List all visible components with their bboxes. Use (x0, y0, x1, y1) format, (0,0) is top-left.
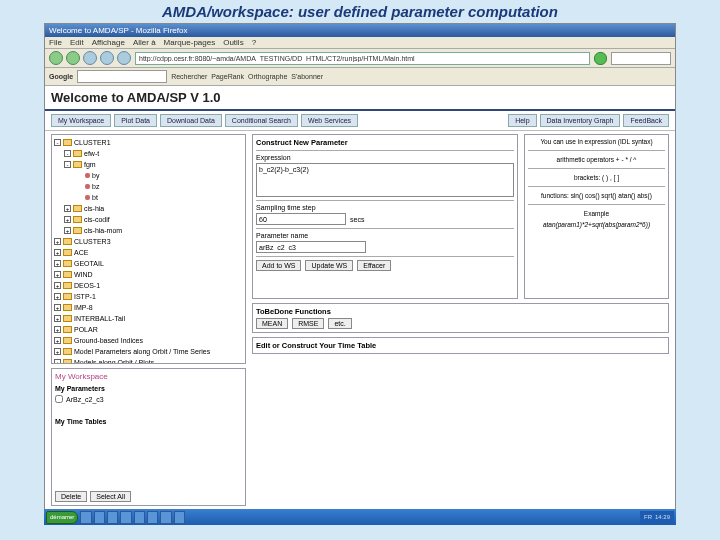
google-spellcheck[interactable]: Orthographe (248, 73, 287, 80)
tab-feedback[interactable]: FeedBack (623, 114, 669, 127)
tree-item[interactable]: +cis-hia-mom (54, 225, 243, 236)
expand-icon[interactable]: + (54, 260, 61, 267)
tree-item[interactable]: +WIND (54, 269, 243, 280)
taskbar-item[interactable] (160, 511, 171, 524)
delete-button[interactable]: Delete (55, 491, 87, 502)
tree-item[interactable]: by (54, 170, 243, 181)
expand-icon[interactable]: + (64, 227, 71, 234)
menu-view[interactable]: Affichage (92, 38, 125, 47)
tab-plot[interactable]: Plot Data (114, 114, 157, 127)
back-button[interactable] (49, 51, 63, 65)
expand-icon[interactable]: + (54, 359, 61, 364)
expand-icon[interactable]: - (64, 150, 71, 157)
menu-file[interactable]: File (49, 38, 62, 47)
sampling-input[interactable] (256, 213, 346, 225)
func-etc-button[interactable]: etc. (328, 318, 351, 329)
param-name-input[interactable] (256, 241, 366, 253)
home-button[interactable] (117, 51, 131, 65)
google-search-input[interactable] (77, 70, 167, 83)
tree-item[interactable]: +Model Parameters along Orbit / Time Ser… (54, 346, 243, 357)
expand-icon[interactable]: + (54, 238, 61, 245)
menu-edit[interactable]: Edit (70, 38, 84, 47)
taskbar-item[interactable] (94, 511, 105, 524)
tree-item[interactable]: -CLUSTER1 (54, 137, 243, 148)
menu-bookmarks[interactable]: Marque-pages (164, 38, 216, 47)
expand-icon[interactable]: + (54, 293, 61, 300)
tree-item[interactable]: bt (54, 192, 243, 203)
tree-item[interactable]: +POLAR (54, 324, 243, 335)
data-tree[interactable]: -CLUSTER1-efw-t-fgmbybzbt+cis-hia+cis-co… (51, 134, 246, 364)
expand-icon[interactable]: + (64, 216, 71, 223)
tree-item[interactable]: +ACE (54, 247, 243, 258)
system-tray[interactable]: FR 14:29 (640, 511, 674, 524)
expand-icon[interactable]: + (54, 249, 61, 256)
update-ws-button[interactable]: Update WS (305, 260, 353, 271)
func-mean-button[interactable]: MEAN (256, 318, 288, 329)
expand-icon[interactable]: + (54, 315, 61, 322)
select-all-button[interactable]: Select All (90, 491, 131, 502)
tree-item[interactable]: -fgm (54, 159, 243, 170)
menu-tools[interactable]: Outils (223, 38, 243, 47)
expand-icon[interactable]: + (54, 271, 61, 278)
google-search-btn[interactable]: Rechercher (171, 73, 207, 80)
taskbar-item[interactable] (134, 511, 145, 524)
expression-input[interactable]: b_c2(2)-b_c3(2) (256, 163, 514, 197)
google-pagerank[interactable]: PageRank (211, 73, 244, 80)
tab-download[interactable]: Download Data (160, 114, 222, 127)
folder-icon (63, 260, 72, 267)
tree-item[interactable]: +ISTP-1 (54, 291, 243, 302)
tree-label: Models along Orbit / Plots (74, 357, 154, 364)
tree-item[interactable]: +DEOS-1 (54, 280, 243, 291)
tree-item[interactable]: +IMP-8 (54, 302, 243, 313)
windows-taskbar: démarrer FR 14:29 (44, 509, 676, 525)
browser-window: Welcome to AMDA/SP - Mozilla Firefox Fil… (44, 23, 676, 523)
effacer-button[interactable]: Effacer (357, 260, 391, 271)
expand-icon[interactable]: + (54, 348, 61, 355)
param-checkbox[interactable] (55, 395, 63, 403)
menu-goto[interactable]: Aller à (133, 38, 156, 47)
forward-button[interactable] (66, 51, 80, 65)
stop-button[interactable] (100, 51, 114, 65)
taskbar-item[interactable] (147, 511, 158, 524)
param-item[interactable]: ArBz_c2_c3 (55, 394, 242, 404)
add-to-ws-button[interactable]: Add to WS (256, 260, 301, 271)
expand-icon[interactable]: + (54, 304, 61, 311)
expand-icon[interactable]: + (54, 282, 61, 289)
start-button[interactable]: démarrer (46, 511, 78, 524)
folder-icon (63, 238, 72, 245)
menu-help[interactable]: ? (252, 38, 256, 47)
folder-icon (63, 293, 72, 300)
taskbar-item[interactable] (80, 511, 91, 524)
tree-item[interactable]: bz (54, 181, 243, 192)
taskbar-item[interactable] (174, 511, 185, 524)
go-button[interactable] (594, 52, 607, 65)
tree-item[interactable]: +cis-hia (54, 203, 243, 214)
sampling-label: Sampling time step (256, 204, 514, 211)
func-rmse-button[interactable]: RMSE (292, 318, 324, 329)
browser-search-input[interactable] (611, 52, 671, 65)
tab-search[interactable]: Conditional Search (225, 114, 298, 127)
reload-button[interactable] (83, 51, 97, 65)
expand-icon[interactable]: + (54, 337, 61, 344)
expand-icon[interactable]: + (64, 205, 71, 212)
tree-item[interactable]: -efw-t (54, 148, 243, 159)
tab-inventory[interactable]: Data Inventory Graph (540, 114, 621, 127)
tree-item[interactable]: +CLUSTER3 (54, 236, 243, 247)
tree-item[interactable]: +Models along Orbit / Plots (54, 357, 243, 364)
google-subscribe[interactable]: S'abonner (291, 73, 323, 80)
expand-icon[interactable]: + (54, 326, 61, 333)
tab-workspace[interactable]: My Workspace (51, 114, 111, 127)
taskbar-item[interactable] (120, 511, 131, 524)
tab-webservices[interactable]: Web Services (301, 114, 358, 127)
expand-icon[interactable]: - (64, 161, 71, 168)
left-column: -CLUSTER1-efw-t-fgmbybzbt+cis-hia+cis-co… (51, 134, 246, 506)
tree-item[interactable]: +GEOTAIL (54, 258, 243, 269)
tree-item[interactable]: +Ground-based Indices (54, 335, 243, 346)
expand-icon[interactable]: - (54, 139, 61, 146)
url-input[interactable] (135, 52, 590, 65)
tree-item[interactable]: +cis-codif (54, 214, 243, 225)
tree-item[interactable]: +INTERBALL-Tail (54, 313, 243, 324)
tab-help[interactable]: Help (508, 114, 536, 127)
taskbar-item[interactable] (107, 511, 118, 524)
folder-icon (73, 161, 82, 168)
